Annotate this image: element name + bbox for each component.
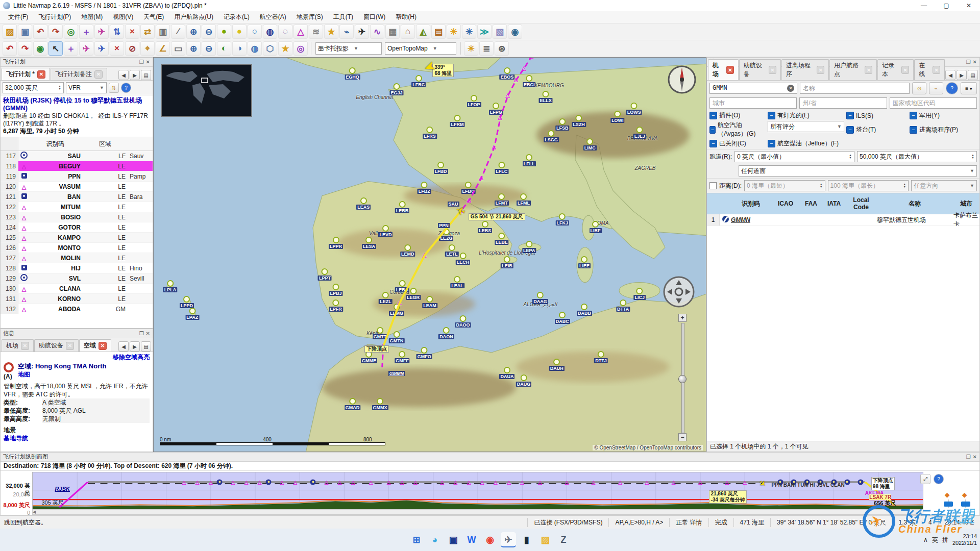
flightplan-tab-飞行计划备注[interactable]: 飞行计划备注✕ — [51, 68, 107, 80]
clear-selection-icon[interactable]: ⊘ — [125, 41, 139, 56]
checkbox-partial-icon[interactable]: − — [846, 126, 854, 134]
show-pattern-icon[interactable]: ★ — [324, 24, 338, 39]
close-tab-icon[interactable]: ✕ — [865, 66, 872, 74]
menu-item-1[interactable]: 飞行计划(P) — [33, 11, 76, 23]
show-minimum-altitude-icon[interactable]: ▤ — [431, 24, 446, 39]
map-pan-control[interactable] — [663, 276, 695, 308]
float-dock-icon[interactable]: ❐ — [139, 59, 144, 65]
rating-combo[interactable]: 所有评分▼ — [768, 121, 844, 132]
redo-flightplan-icon[interactable]: ↷ — [48, 24, 63, 39]
show-ndb-icon[interactable]: ◌ — [278, 24, 292, 39]
map-canvas[interactable]: EGHQEGJJEBOSEBCIELLXLFPGLFOPLFRCLFRSLFRM… — [153, 57, 706, 452]
flight-plan-row-KORNO[interactable]: 131△KORNOLE — [1, 294, 153, 304]
flight-plan-row-MONTO[interactable]: 126△MONTOLE — [1, 243, 153, 253]
close-dock-icon[interactable]: ✕ — [973, 454, 977, 460]
flight-plan-row-GOTOR[interactable]: 124△GOTORLE — [1, 222, 153, 233]
flight-rules-combo[interactable]: VFR▼ — [66, 82, 107, 93]
menu-item-7[interactable]: 航空器(A) — [255, 11, 291, 23]
flight-plan-row-ABODA[interactable]: 132△ABODAGM — [1, 304, 153, 314]
help-icon[interactable]: ? — [934, 474, 944, 484]
show-hillshading-icon[interactable]: ◭ — [416, 24, 430, 39]
adjust-altitude-icon[interactable]: ⇅ — [110, 24, 124, 39]
flight-plan-row-HIJ[interactable]: 128HIJLEHino — [1, 263, 153, 273]
delete-selected-icon[interactable]: × — [125, 24, 139, 39]
search-tab-进离场程序[interactable]: 进离场程序✕ — [781, 59, 829, 80]
taskbar-clock[interactable]: 23:14 2022/11/1 — [952, 533, 977, 546]
close-tab-icon[interactable]: ✕ — [933, 66, 940, 74]
zz-app-icon[interactable]: Z — [556, 532, 571, 547]
show-soft-airports-icon[interactable]: ● — [232, 24, 247, 39]
start-icon[interactable]: ⊞ — [409, 532, 424, 547]
calc-route-icon[interactable]: ✈ — [94, 24, 109, 39]
chrome-browser-icon[interactable]: ◉ — [482, 532, 498, 547]
show-cities-icon[interactable]: ⌂ — [401, 24, 415, 39]
new-flightplan-icon[interactable]: ＋ — [79, 24, 93, 39]
checkbox-partial-icon[interactable]: − — [910, 126, 917, 134]
show-empty-airports-icon[interactable]: ○ — [248, 24, 262, 39]
show-vor-icon[interactable]: ◍ — [263, 24, 277, 39]
results-column-识别码[interactable]: 识别码 — [730, 199, 771, 208]
copy-route-icon[interactable]: ▥ — [156, 24, 170, 39]
menu-item-4[interactable]: 天气(E) — [138, 11, 169, 23]
checkbox-partial-icon[interactable]: − — [709, 112, 717, 119]
append-position-icon[interactable]: ✈ — [79, 41, 93, 56]
flightplan-tab-飞行计划 *[interactable]: 飞行计划 *✕ — [2, 68, 50, 80]
tray-item-0[interactable]: ∧ — [923, 536, 928, 543]
show-airspaces-icon[interactable]: ⬡ — [263, 41, 277, 56]
info-tab-空域[interactable]: 空域✕ — [79, 339, 111, 352]
search-results-table[interactable]: 识别码ICAOFAAIATALocal Code名称城市 1 GMMN 穆罕默德… — [707, 193, 979, 441]
world-map-icon[interactable]: ◉ — [508, 24, 522, 39]
zoom-out-icon[interactable]: − — [678, 433, 687, 441]
close-tab-icon[interactable]: ✕ — [94, 70, 103, 79]
menu-item-3[interactable]: 视图(V) — [108, 11, 138, 23]
filter-军用(Y)[interactable]: −军用(Y) — [910, 111, 980, 120]
profile-horizontal-scrollbar[interactable]: ◀ — [32, 509, 923, 515]
state-search-input[interactable]: 州/省 — [799, 97, 887, 109]
titlebar[interactable]: Little Navmap 2.6.19 - MSFS / N 1801 - 3… — [0, 0, 980, 12]
flight-plan-row-PPN[interactable]: 119PPNLEPamp — [1, 171, 153, 182]
name-search-input[interactable]: 名称 — [800, 83, 910, 94]
terminal-app-icon[interactable]: ▮ — [519, 532, 534, 547]
center-flightplan-icon[interactable]: ◎ — [64, 24, 78, 39]
close-dock-icon[interactable]: ✕ — [146, 331, 150, 336]
save-flightplan-icon[interactable]: ▣ — [18, 24, 32, 39]
profile-horizontal-zoom-slider[interactable]: ◆ — [963, 493, 968, 508]
tab-scroll-icon[interactable]: ◀ — [118, 341, 129, 352]
filter-有灯光的(L)[interactable]: −有灯光的(L) — [768, 111, 844, 120]
close-tab-icon[interactable]: ✕ — [901, 66, 909, 74]
show-online-icon[interactable]: ★ — [278, 41, 292, 56]
tab-scroll-icon[interactable]: ◀ — [118, 70, 129, 80]
flight-plan-row-BAN[interactable]: 121BANLEBara — [1, 192, 153, 202]
direction-combo[interactable]: 任意方向▼ — [911, 180, 977, 191]
detail-less-icon[interactable]: ◑ — [232, 41, 247, 56]
little-navmap-icon[interactable]: ✈ — [501, 532, 516, 547]
city-search-input[interactable]: 城市 — [709, 97, 797, 109]
add-route-position-icon[interactable]: ＋ — [64, 41, 78, 56]
filter-ILS(S)[interactable]: −ILS(S) — [846, 111, 908, 120]
info-tab-助航设备[interactable]: 助航设备✕ — [34, 339, 79, 352]
detail-more-icon[interactable]: ◐ — [217, 41, 231, 56]
show-procedures-icon[interactable]: ⌁ — [339, 24, 354, 39]
flight-plan-row-MOLIN[interactable]: 127△MOLINLE — [1, 253, 153, 263]
cruise-altitude-spinbox[interactable]: 32,000 英尺▲▼ — [3, 82, 64, 93]
approach-search-icon[interactable]: ⌁ — [929, 82, 943, 94]
overview-map[interactable] — [161, 64, 252, 117]
filter-进离场程序(P)[interactable]: −进离场程序(P) — [910, 121, 980, 138]
help-icon[interactable]: ? — [121, 83, 131, 93]
search-tab-在线[interactable]: 在线✕ — [914, 59, 945, 80]
departure-airport-label[interactable]: RJSK — [55, 486, 70, 492]
search-options-icon[interactable]: ⊙ — [912, 82, 926, 94]
flight-plan-row-KAMPO[interactable]: 125△KAMPOLE — [1, 233, 153, 243]
show-airports-icon[interactable]: ● — [217, 24, 231, 39]
results-column-名称[interactable]: 名称 — [876, 199, 953, 208]
notebook-icon[interactable]: ▤ — [141, 341, 151, 352]
runway-min-spinbox[interactable]: 0 英尺（最小值）▲▼ — [734, 151, 854, 162]
flight-plan-row-BOSIO[interactable]: 123△BOSIOLE — [1, 212, 153, 222]
results-column-城市[interactable]: 城市 — [953, 199, 979, 208]
traffic-pattern-icon[interactable]: ▭ — [171, 41, 185, 56]
cursor-select-icon[interactable]: ↖ — [48, 41, 63, 56]
filter-航空煤油（Jetfue）(F)[interactable]: −航空煤油（Jetfue）(F) — [768, 139, 844, 148]
goto-home-icon[interactable]: ◉ — [33, 41, 47, 56]
wps-writer-icon[interactable]: W — [464, 532, 479, 547]
search-tab-助航设备[interactable]: 助航设备✕ — [739, 59, 781, 80]
